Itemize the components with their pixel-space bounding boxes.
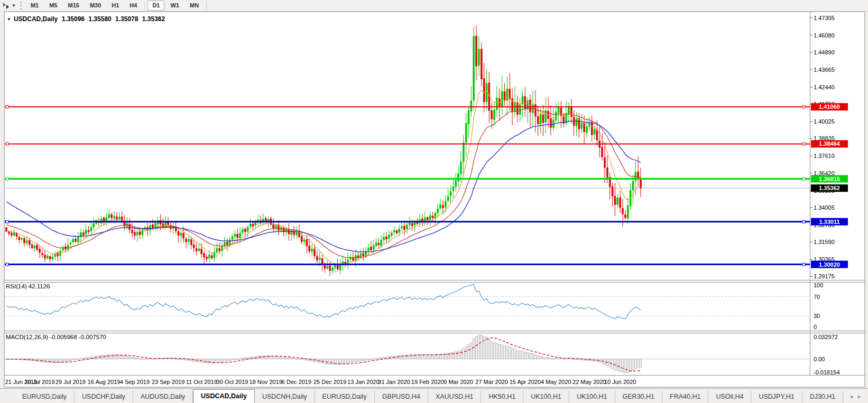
svg-text:1.35362: 1.35362	[819, 185, 840, 191]
date-axis-label: 6 Dec 2019	[282, 379, 311, 385]
timeframe-button-h1[interactable]: H1	[107, 1, 124, 11]
price-badge-1.36015: 1.36015	[811, 175, 848, 183]
chart-symbol-period: USDCAD,Daily	[14, 15, 58, 23]
symbol-tab-usdjpy-h1[interactable]: USDJPY,H1	[751, 391, 802, 403]
chart-tool-icon-glyph	[3, 2, 10, 10]
hline-handle[interactable]	[802, 143, 805, 145]
price-badge-1.35362: 1.35362	[811, 184, 848, 192]
date-axis-label: 19 Feb 2020	[411, 379, 444, 385]
ohlc-open: 1.35096	[62, 15, 85, 23]
symbol-tab-usdcad-daily[interactable]: USDCAD,Daily	[193, 389, 255, 403]
date-axis-label: 25 Dec 2019	[313, 379, 346, 385]
date-axis-label: 16 Aug 2019	[88, 379, 121, 385]
timeframe-button-m30[interactable]: M30	[85, 1, 106, 11]
hline-handle[interactable]	[802, 263, 805, 266]
toolbar-grip[interactable]	[20, 2, 22, 10]
date-axis-label: 23 Sep 2019	[152, 379, 184, 385]
rsi-axis-label: 70	[814, 294, 820, 300]
ohlc-low: 1.35078	[115, 15, 138, 23]
chart-canvas[interactable]: 1.473051.460801.448901.436651.424401.412…	[0, 11, 868, 388]
symbol-tab-dj30-h1[interactable]: DJ30,H1	[802, 391, 844, 403]
symbol-tab-uk100-h1[interactable]: UK100,H1	[569, 391, 615, 403]
price-tick-label: 1.34005	[814, 204, 835, 211]
date-axis-label: 10 Jun 2020	[604, 379, 636, 385]
date-axis-label: 10 Jul 2019	[25, 379, 55, 385]
date-axis-label: 27 Mar 2020	[475, 379, 508, 385]
symbol-tab-fra40-h1[interactable]: FRA40,H1	[662, 391, 708, 403]
timeframe-button-h4[interactable]: H4	[125, 1, 142, 11]
date-axis-label: 4 Sep 2019	[120, 379, 150, 385]
price-badge-1.41060: 1.41060	[811, 103, 848, 110]
toolbar-separator	[144, 2, 145, 10]
rsi-axis-label: 100	[814, 282, 823, 288]
hline-handle[interactable]	[6, 177, 8, 180]
symbol-tab-usoil-h4[interactable]: USOil,H4	[708, 391, 751, 403]
price-tick-label: 1.31590	[814, 239, 835, 245]
date-axis-label: 11 Oct 2019	[186, 379, 217, 385]
price-tick-label: 1.40025	[814, 118, 835, 125]
tab-scroll-controls: ◂ ▸	[850, 393, 861, 399]
hline-handle[interactable]	[802, 106, 805, 108]
timeframe-button-d1[interactable]: D1	[147, 1, 164, 11]
date-axis-label: 18 Nov 2019	[249, 379, 282, 385]
symbol-tabs: EURUSD,DailyUSDCHF,DailyAUDUSD,DailyUSDC…	[0, 389, 843, 403]
timeframe-button-m5[interactable]: M5	[44, 1, 62, 11]
svg-text:1.38464: 1.38464	[819, 140, 841, 147]
hline-handle[interactable]	[6, 220, 8, 223]
hline-handle[interactable]	[6, 143, 8, 145]
timeframe-button-m15[interactable]: M15	[63, 1, 84, 11]
ohlc-title: ▼USDCAD,Daily 1.35096 1.35580 1.35078 1.…	[7, 15, 167, 23]
date-axis-label: 30 Oct 2019	[217, 379, 248, 385]
svg-text:1.30020: 1.30020	[819, 261, 840, 268]
toolbar-dropdown-caret[interactable]: ▼	[12, 3, 16, 8]
date-axis-label: 22 May 2020	[572, 379, 606, 385]
price-badge-1.33011: 1.33011	[811, 218, 848, 226]
price-tick-label: 1.42440	[814, 84, 835, 90]
date-axis-label: 13 Jan 2020	[347, 379, 380, 385]
rsi-axis-label: 0	[814, 324, 817, 330]
price-tick-label: 1.47305	[814, 15, 835, 21]
mt4-terminal: ▼ M1M5M15M30H1H4D1W1MN 1.473051.460801.4…	[0, 0, 868, 403]
symbol-tab-eurusd-daily[interactable]: EURUSD,Daily	[15, 391, 75, 403]
symbol-tab-bar: EURUSD,DailyUSDCHF,DailyAUDUSD,DailyUSDC…	[0, 388, 868, 403]
macd-indicator-label: MACD(12,26,9) -0.005968 -0.007570	[6, 334, 106, 340]
hline-handle[interactable]	[802, 220, 805, 223]
tab-scroll-right-icon[interactable]: ▸	[858, 393, 861, 399]
symbol-tab-usdchf-daily[interactable]: USDCHF,Daily	[75, 391, 133, 403]
date-axis-label: 15 Apr 2020	[510, 379, 541, 385]
price-badge-1.30020: 1.30020	[811, 261, 848, 268]
price-tick-label: 1.46080	[814, 32, 835, 39]
symbol-tab-hk50-h1[interactable]: HK50,H1	[481, 391, 523, 403]
ohlc-high: 1.35580	[88, 15, 111, 23]
price-tick-label: 1.29175	[814, 273, 835, 279]
svg-text:1.33011: 1.33011	[819, 219, 839, 225]
timeframe-button-mn[interactable]: MN	[185, 1, 204, 11]
price-tick-label: 1.44890	[814, 49, 835, 55]
chart-tool-icon[interactable]	[2, 2, 11, 10]
timeframe-button-w1[interactable]: W1	[165, 1, 184, 11]
symbol-tab-ger30-h1[interactable]: GER30,H1	[615, 391, 662, 403]
price-badge-1.38464: 1.38464	[811, 140, 848, 147]
svg-text:1.36015: 1.36015	[819, 176, 840, 182]
symbol-tab-audusd-daily[interactable]: AUDUSD,Daily	[133, 391, 193, 403]
date-axis-label: 29 Jul 2019	[56, 379, 86, 385]
price-tick-label: 1.37610	[814, 153, 835, 159]
macd-axis-min: -0.018154	[814, 369, 840, 376]
symbol-tab-uk100-h1[interactable]: UK100,H1	[523, 391, 569, 403]
hline-handle[interactable]	[6, 106, 8, 108]
svg-text:1.41060: 1.41060	[819, 104, 840, 110]
timeframe-button-m1[interactable]: M1	[26, 1, 43, 11]
ohlc-menu-caret[interactable]: ▼	[7, 17, 11, 22]
hline-handle[interactable]	[802, 177, 805, 180]
chart-window: 1.473051.460801.448901.436651.424401.412…	[0, 11, 868, 388]
symbol-tab-gbpusd-h4[interactable]: GBPUSD,H4	[375, 391, 428, 403]
symbol-tab-xauusd-h1[interactable]: XAUUSD,H1	[428, 391, 482, 403]
symbol-tab-usdcnh-daily[interactable]: USDCNH,Daily	[255, 391, 315, 403]
date-axis-label: 31 Jan 2020	[378, 379, 410, 385]
timeframe-toolbar: ▼ M1M5M15M30H1H4D1W1MN	[0, 0, 868, 12]
hline-handle[interactable]	[6, 263, 8, 266]
tab-scroll-left-icon[interactable]: ◂	[850, 393, 853, 399]
timeframe-buttons: M1M5M15M30H1H4D1W1MN	[25, 1, 209, 11]
date-axis-label: 9 Mar 2020	[444, 379, 473, 385]
symbol-tab-eurusd-daily[interactable]: EURUSD,Daily	[315, 391, 375, 403]
